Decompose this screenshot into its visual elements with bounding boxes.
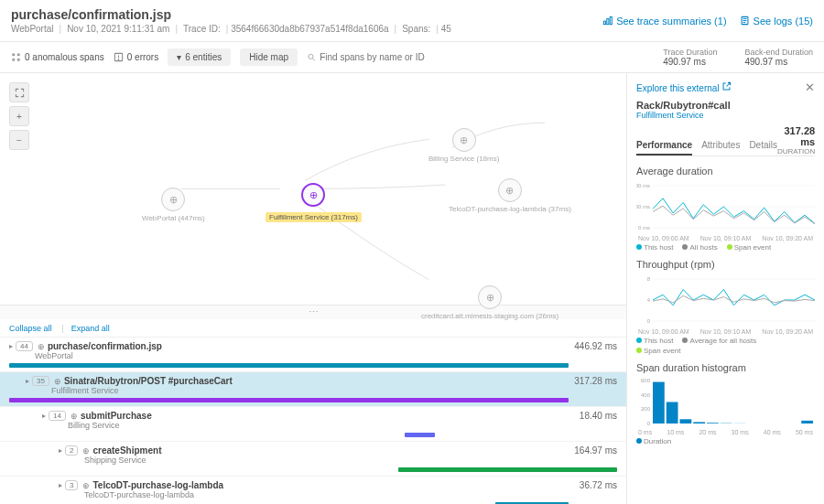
svg-rect-0 — [604, 21, 606, 24]
svg-rect-1 — [607, 18, 609, 24]
svg-text:0: 0 — [647, 318, 651, 324]
page-title: purchase/confirmation.jsp — [11, 7, 451, 22]
span-service: Billing Service — [35, 421, 617, 430]
tab-details[interactable]: Details — [749, 140, 777, 155]
waterfall-row[interactable]: ▸ 14 ⊕ submitPurchase 18.40 ms Billing S… — [0, 407, 626, 442]
node-label: TelcoDT-purchase-log-lambda (37ms) — [449, 205, 571, 213]
expand-icon — [15, 88, 25, 98]
app-name: WebPortal — [11, 24, 61, 34]
svg-point-13 — [118, 59, 119, 60]
span-name: Sinatra/Rubytron/POST #purchaseCart — [64, 376, 233, 386]
span-duration: 164.97 ms — [574, 445, 617, 456]
throughput-chart[interactable]: 048 — [636, 273, 815, 327]
expand-all-link[interactable]: Expand all — [61, 324, 109, 333]
span-name: submitPurchase — [81, 411, 152, 421]
chevron-right-icon[interactable]: ▸ — [9, 342, 13, 350]
svg-rect-2 — [610, 16, 612, 24]
see-logs-link[interactable]: See logs (15) — [740, 7, 813, 34]
span-duration: 317.28 ms — [574, 376, 617, 386]
span-count: 44 — [16, 341, 33, 351]
svg-text:400: 400 — [641, 392, 651, 398]
tab-performance[interactable]: Performance — [636, 140, 692, 155]
svg-point-14 — [309, 54, 313, 59]
trace-map[interactable]: + − ⊕WebPortal (447ms) ⊕Fulfillment Serv… — [0, 73, 626, 305]
waterfall-row[interactable]: ▸ 44 ⊕ purchase/confirmation.jsp 446.92 … — [0, 338, 626, 372]
globe-icon: ⊕ — [498, 178, 522, 202]
trace-summaries-link[interactable]: See trace summaries (1) — [602, 7, 726, 34]
explore-external-link[interactable]: Explore this external — [636, 81, 732, 93]
globe-icon: ⊕ — [161, 188, 185, 211]
span-service: WebPortal — [35, 351, 617, 360]
span-title: Rack/Rubytron#call — [636, 100, 815, 111]
external-link-icon — [721, 81, 732, 91]
svg-point-7 — [13, 54, 15, 56]
span-count: 3 — [65, 480, 78, 490]
timestamp: Nov 10, 2021 9:11:31 am — [67, 24, 178, 34]
svg-text:50 ms: 50 ms — [636, 204, 650, 209]
svg-rect-32 — [653, 382, 665, 424]
span-duration-value: 317.28 ms — [777, 125, 815, 147]
close-panel-button[interactable]: ✕ — [805, 80, 815, 94]
node-label: creditcard.alt.mimesis-staging.com (26ms… — [421, 312, 558, 320]
span-duration-label: DURATION — [777, 147, 815, 155]
entity-icon: ⊕ — [54, 377, 61, 386]
backend-duration-value: 490.97 ms — [744, 57, 813, 67]
backend-duration-label: Back-end Duration — [744, 48, 813, 57]
tab-attributes[interactable]: Attributes — [701, 140, 740, 155]
span-name: createShipment — [92, 445, 161, 456]
waterfall-row[interactable]: ▸ 35 ⊕ Sinatra/Rubytron/POST #purchaseCa… — [0, 372, 626, 407]
waterfall-row[interactable]: ▸ 2 ⊕ createShipment 164.97 ms Shipping … — [0, 442, 626, 477]
entity-icon: ⊕ — [38, 342, 45, 351]
svg-point-8 — [17, 54, 19, 56]
zoom-out-button[interactable]: − — [9, 130, 29, 150]
span-name: purchase/confirmation.jsp — [48, 341, 162, 351]
chevron-down-icon: ▾ — [177, 52, 181, 62]
globe-icon: ⊕ — [478, 285, 502, 309]
svg-rect-43 — [801, 421, 813, 424]
span-count: 35 — [32, 376, 49, 386]
node-label: Fulfillment Service (317ms) — [266, 212, 362, 222]
search-spans[interactable] — [307, 52, 472, 62]
errors-count: 0 errors — [114, 52, 158, 62]
entity-icon: ⊕ — [82, 446, 90, 456]
svg-text:600: 600 — [641, 378, 651, 383]
entities-dropdown[interactable]: ▾6 entities — [168, 48, 231, 66]
search-icon — [307, 52, 316, 62]
chevron-right-icon[interactable]: ▸ — [42, 412, 46, 420]
span-service: Fulfillment Service — [35, 386, 617, 395]
node-label: Billing Service (18ms) — [428, 155, 499, 163]
chevron-right-icon[interactable]: ▸ — [59, 446, 62, 455]
span-service-link[interactable]: Fulfillment Service — [636, 111, 815, 120]
spans-count: Spans: 45 — [402, 24, 451, 34]
collapse-all-link[interactable]: Collapse all — [9, 324, 52, 333]
fullscreen-button[interactable] — [9, 82, 29, 102]
throughput-title: Throughput (rpm) — [636, 259, 815, 270]
svg-rect-35 — [693, 422, 705, 424]
error-icon — [114, 52, 124, 62]
globe-icon[interactable]: ⊕ — [301, 183, 325, 207]
chevron-right-icon[interactable]: ▸ — [26, 377, 29, 385]
document-icon — [740, 16, 750, 26]
histogram-chart[interactable]: 0200400600 — [636, 377, 815, 427]
svg-rect-34 — [680, 419, 692, 424]
globe-icon: ⊕ — [452, 128, 476, 152]
svg-text:0: 0 — [647, 421, 651, 426]
search-input[interactable] — [320, 52, 472, 62]
chart-icon — [602, 16, 613, 26]
waterfall-row[interactable]: ▸ 3 ⊕ TelcoDT-purchase-log-lambda 36.72 … — [0, 477, 626, 504]
svg-text:8: 8 — [647, 276, 651, 282]
avg-duration-chart[interactable]: 0 ms50 ms100 ms — [636, 180, 815, 233]
zoom-in-button[interactable]: + — [9, 106, 29, 126]
chevron-right-icon[interactable]: ▸ — [59, 481, 62, 489]
svg-rect-33 — [667, 402, 678, 424]
node-label: WebPortal (447ms) — [142, 214, 205, 222]
svg-text:200: 200 — [641, 406, 651, 412]
span-count: 14 — [49, 411, 66, 421]
span-duration: 18.40 ms — [580, 411, 617, 421]
header-meta: WebPortal Nov 10, 2021 9:11:31 am Trace … — [11, 24, 451, 34]
svg-text:100 ms: 100 ms — [636, 183, 650, 188]
anomaly-icon — [11, 52, 21, 62]
trace-duration-label: Trace Duration — [663, 48, 717, 57]
svg-point-10 — [17, 59, 19, 60]
hide-map-button[interactable]: Hide map — [240, 48, 298, 66]
